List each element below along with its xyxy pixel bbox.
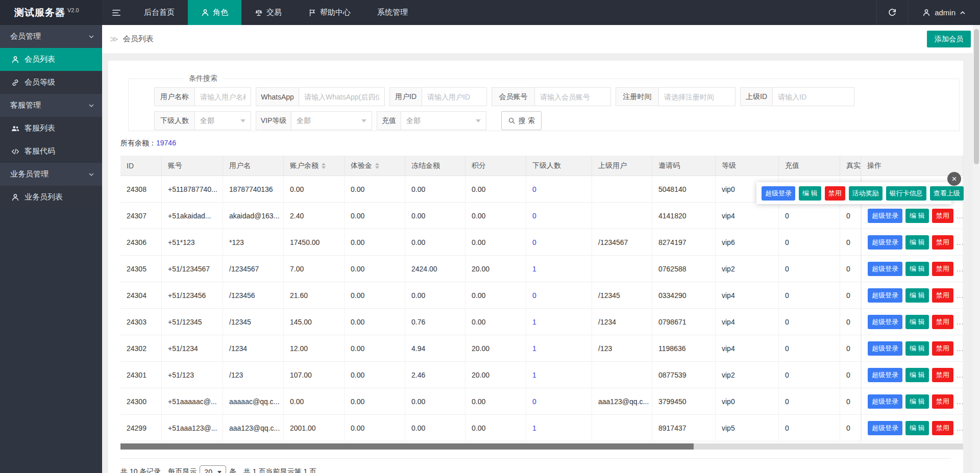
more-actions-button[interactable]: ... — [957, 291, 963, 300]
chevron-down-icon — [361, 119, 366, 122]
sort-icon[interactable] — [375, 163, 379, 169]
sidebar-item[interactable]: 客服代码 — [0, 140, 102, 163]
super-login-button[interactable]: 超级登录 — [868, 315, 902, 329]
field-input[interactable] — [535, 87, 611, 106]
cell-points: 0.00 — [465, 388, 526, 414]
field-label: WhatsApp — [256, 87, 299, 106]
more-actions-button[interactable]: ... — [957, 212, 963, 220]
disable-button[interactable]: 禁用 — [825, 186, 845, 201]
top-menu-item[interactable]: 交易 — [241, 0, 295, 25]
subordinates-link[interactable]: 1 — [532, 424, 536, 432]
super-login-button[interactable]: 超级登录 — [868, 368, 902, 382]
disable-button[interactable]: 禁用 — [932, 288, 953, 303]
subordinates-link[interactable]: 0 — [532, 291, 536, 300]
edit-button[interactable]: 编 辑 — [905, 315, 929, 329]
top-menu-item[interactable]: 角色 — [188, 0, 241, 25]
sidebar-item[interactable]: 会员等级 — [0, 71, 102, 94]
sidebar-section-header[interactable]: 会员管理 — [0, 25, 102, 48]
field-input[interactable] — [659, 87, 736, 106]
super-login-button[interactable]: 超级登录 — [868, 421, 902, 435]
add-member-button[interactable]: 添加会员 — [927, 31, 971, 47]
more-actions-button[interactable]: ... — [957, 265, 963, 273]
refresh-button[interactable] — [876, 0, 908, 25]
subordinates-link[interactable]: 0 — [532, 185, 536, 193]
view-parent-button[interactable]: 查看上级 — [930, 186, 964, 201]
subordinates-link[interactable]: 1 — [532, 265, 536, 273]
field-select[interactable]: 全部 — [195, 111, 251, 130]
super-login-button[interactable]: 超级登录 — [868, 288, 902, 303]
super-login-button[interactable]: 超级登录 — [868, 262, 902, 276]
edit-button[interactable]: 编 辑 — [799, 186, 821, 201]
search-row-1: 用户名称WhatsApp用户ID会员账号注册时间上级ID — [154, 87, 959, 106]
disable-button[interactable]: 禁用 — [932, 368, 953, 382]
edit-button[interactable]: 编 辑 — [905, 421, 929, 435]
disable-button[interactable]: 禁用 — [932, 315, 953, 329]
vertical-scrollbar-thumb[interactable] — [974, 29, 979, 164]
edit-button[interactable]: 编 辑 — [905, 235, 929, 250]
disable-button[interactable]: 禁用 — [932, 394, 953, 409]
more-actions-button[interactable]: ... — [957, 238, 963, 246]
horizontal-scrollbar-thumb[interactable] — [120, 443, 694, 450]
sidebar-section-header[interactable]: 业务员管理 — [0, 163, 102, 186]
edit-button[interactable]: 编 辑 — [905, 262, 929, 276]
close-icon[interactable]: × — [947, 172, 961, 186]
balance-summary-value[interactable]: 19746 — [156, 139, 176, 147]
edit-button[interactable]: 编 辑 — [905, 288, 929, 303]
field-input[interactable] — [195, 87, 251, 106]
column-header[interactable]: 体验金 — [345, 156, 405, 176]
bank-card-info-button[interactable]: 银行卡信息 — [886, 186, 926, 201]
disable-button[interactable]: 禁用 — [932, 209, 953, 223]
disable-button[interactable]: 禁用 — [932, 341, 953, 356]
super-login-button[interactable]: 超级登录 — [868, 341, 902, 356]
horizontal-scrollbar[interactable] — [120, 443, 963, 450]
vertical-scrollbar[interactable] — [973, 25, 980, 473]
subordinates-link[interactable]: 0 — [532, 397, 536, 406]
field-input[interactable] — [773, 87, 854, 106]
subordinates-link[interactable]: 1 — [532, 344, 536, 353]
super-login-button[interactable]: 超级登录 — [762, 186, 795, 201]
column-header: 账号 — [162, 156, 223, 176]
edit-button[interactable]: 编 辑 — [905, 209, 929, 223]
per-page-select[interactable]: 20 — [200, 465, 226, 473]
edit-button[interactable]: 编 辑 — [905, 368, 929, 382]
more-actions-button[interactable]: ... — [957, 318, 963, 326]
more-actions-button[interactable]: ... — [957, 371, 963, 379]
field-input[interactable] — [422, 87, 487, 106]
subordinates-link[interactable]: 0 — [532, 212, 536, 220]
sort-icon[interactable] — [322, 163, 326, 169]
edit-button[interactable]: 编 辑 — [905, 341, 929, 356]
disable-button[interactable]: 禁用 — [932, 235, 953, 250]
sidebar-toggle-button[interactable] — [102, 0, 131, 25]
super-login-button[interactable]: 超级登录 — [868, 209, 902, 223]
disable-button[interactable]: 禁用 — [932, 421, 953, 435]
activity-reward-button[interactable]: 活动奖励 — [849, 186, 883, 201]
cell-username: aaaaac@qq.c... — [223, 388, 284, 414]
sidebar-section-header[interactable]: 客服管理 — [0, 94, 102, 117]
disable-button[interactable]: 禁用 — [932, 262, 953, 276]
sidebar-item[interactable]: 客服列表 — [0, 117, 102, 140]
subordinates-link[interactable]: 1 — [532, 371, 536, 379]
top-menu-item[interactable]: 系统管理 — [364, 0, 421, 25]
more-actions-button[interactable]: ... — [957, 344, 963, 353]
search-button[interactable]: 搜 索 — [501, 111, 542, 130]
super-login-button[interactable]: 超级登录 — [868, 394, 902, 409]
more-actions-button[interactable]: ... — [957, 424, 963, 432]
field-input[interactable] — [299, 87, 385, 106]
super-login-button[interactable]: 超级登录 — [868, 235, 902, 250]
field-select[interactable]: 全部 — [291, 111, 372, 130]
subordinates-link[interactable]: 0 — [532, 238, 536, 246]
column-label: 充值 — [785, 161, 799, 170]
sidebar-item[interactable]: 会员列表 — [0, 48, 102, 71]
field-select[interactable]: 全部 — [401, 111, 486, 130]
cell-id: 24308 — [120, 176, 162, 202]
subordinates-link[interactable]: 1 — [532, 318, 536, 326]
cell-parent: /123 — [592, 335, 652, 361]
more-actions-button[interactable]: ... — [957, 397, 963, 406]
top-menu-item[interactable]: 后台首页 — [131, 0, 188, 25]
edit-button[interactable]: 编 辑 — [905, 394, 929, 409]
column-header[interactable]: 账户余额 — [284, 156, 345, 176]
cell-level: vip4 — [716, 203, 779, 229]
top-menu-item[interactable]: 帮助中心 — [295, 0, 364, 25]
sidebar-item[interactable]: 业务员列表 — [0, 186, 102, 209]
user-menu[interactable]: admin — [908, 0, 980, 25]
